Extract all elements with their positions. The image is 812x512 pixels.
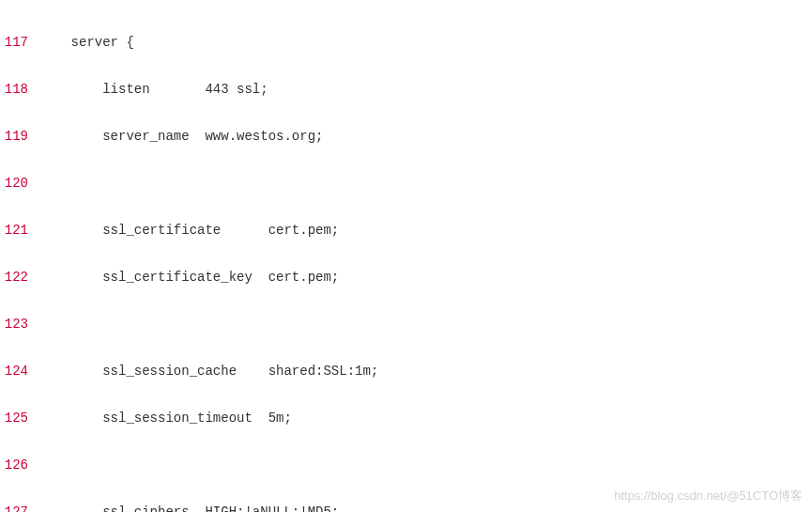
line-number: 117 xyxy=(0,34,39,51)
code-line: 117 server { xyxy=(0,34,812,51)
line-number: 122 xyxy=(0,269,39,286)
code-line: 122 ssl_certificate_key cert.pem; xyxy=(0,269,812,286)
line-number: 126 xyxy=(0,457,39,473)
line-content: ssl_ciphers HIGH:!aNULL:!MD5; xyxy=(39,504,339,512)
line-number: 119 xyxy=(0,128,39,145)
line-content: server_name www.westos.org; xyxy=(39,128,323,145)
code-line: 120 xyxy=(0,175,812,192)
code-line: 125 ssl_session_timeout 5m; xyxy=(0,410,812,427)
code-line: 121 ssl_certificate cert.pem; xyxy=(0,222,812,239)
line-number: 121 xyxy=(0,222,39,239)
code-line: 126 xyxy=(0,457,812,473)
code-line: 127 ssl_ciphers HIGH:!aNULL:!MD5; xyxy=(0,504,812,512)
line-number: 125 xyxy=(0,410,39,427)
line-content: ssl_session_cache shared:SSL:1m; xyxy=(39,363,378,380)
line-content: ssl_session_timeout 5m; xyxy=(39,410,292,427)
code-block: 117 server { 118 listen 443 ssl; 119 ser… xyxy=(0,4,812,512)
line-number: 120 xyxy=(0,175,39,192)
line-number: 124 xyxy=(0,363,39,380)
line-content: ssl_certificate_key cert.pem; xyxy=(39,269,339,286)
line-content: server { xyxy=(39,34,134,51)
code-line: 124 ssl_session_cache shared:SSL:1m; xyxy=(0,363,812,380)
code-line: 119 server_name www.westos.org; xyxy=(0,128,812,145)
line-number: 123 xyxy=(0,316,39,333)
line-content: listen 443 ssl; xyxy=(39,81,268,98)
line-number: 118 xyxy=(0,81,39,98)
code-line: 123 xyxy=(0,316,812,333)
line-number: 127 xyxy=(0,504,39,512)
line-content: ssl_certificate cert.pem; xyxy=(39,222,339,239)
code-line: 118 listen 443 ssl; xyxy=(0,81,812,98)
